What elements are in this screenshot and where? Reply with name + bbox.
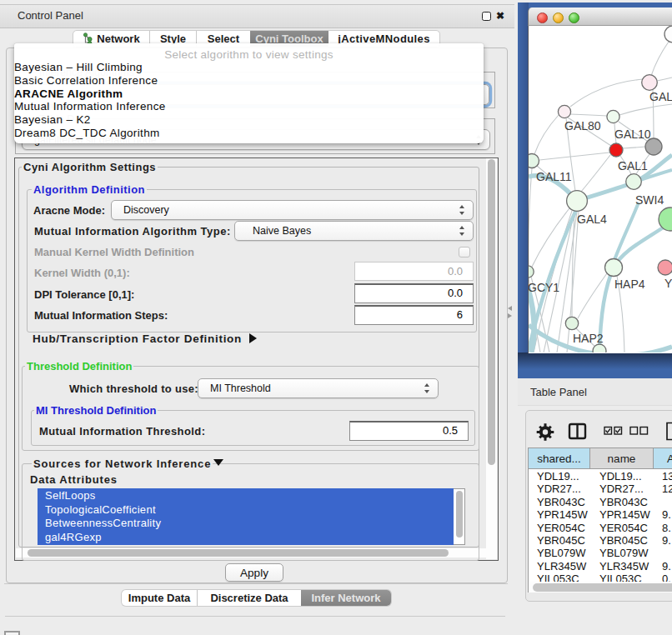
svg-text:SWI4: SWI4 — [635, 193, 664, 207]
svg-text:GCY1: GCY1 — [529, 281, 559, 294]
svg-text:GAL80: GAL80 — [564, 119, 601, 132]
svg-text:YJ: YJ — [664, 277, 672, 290]
svg-text:GAL2: GAL2 — [649, 90, 672, 103]
svg-text:GAL10: GAL10 — [614, 128, 651, 141]
svg-text:GAL1: GAL1 — [618, 159, 648, 172]
svg-text:HAP2: HAP2 — [573, 332, 604, 345]
svg-text:GAL4: GAL4 — [577, 212, 607, 226]
svg-text:HAP4: HAP4 — [614, 278, 645, 291]
svg-text:GAL11: GAL11 — [536, 170, 572, 183]
